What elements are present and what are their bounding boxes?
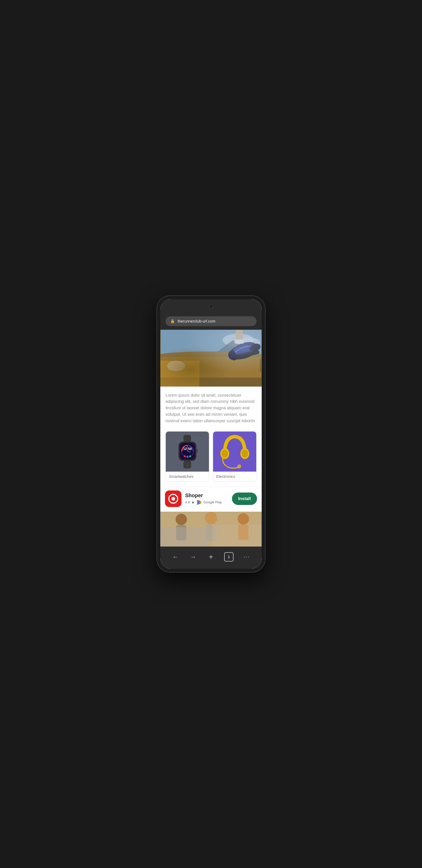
svg-point-29	[187, 463, 188, 464]
back-icon: ←	[172, 553, 178, 560]
body-text: Lorem ipsum dolor sit amet, consectetuer…	[160, 386, 262, 429]
product-card-electronics[interactable]: Electronics	[213, 431, 257, 482]
smartwatch-label: Smartwatches	[166, 472, 209, 482]
phone-frame: 🔒 therunnerclub-url.com	[157, 296, 265, 572]
svg-point-15	[227, 350, 237, 361]
svg-rect-0	[160, 330, 262, 386]
svg-rect-27	[196, 449, 198, 453]
svg-point-6	[160, 351, 262, 361]
svg-rect-51	[212, 525, 262, 547]
svg-point-26	[189, 455, 191, 457]
phone-screen: 🔒 therunnerclub-url.com	[160, 299, 262, 569]
add-icon: +	[209, 553, 213, 561]
url-bar[interactable]: 🔒 therunnerclub-url.com	[165, 316, 257, 326]
web-content: Lorem ipsum dolor sit amet, consectetuer…	[160, 330, 262, 547]
svg-point-12	[233, 340, 258, 356]
svg-rect-18	[235, 340, 244, 344]
product-cards: 12:58	[160, 429, 262, 487]
svg-point-9	[160, 355, 197, 386]
svg-rect-14	[233, 345, 250, 355]
svg-point-36	[223, 451, 227, 456]
smartwatch-svg: 12:58	[173, 435, 202, 468]
svg-rect-17	[236, 330, 243, 341]
svg-rect-19	[183, 435, 191, 442]
tabs-button[interactable]: 1	[223, 551, 235, 563]
app-rating: 4.8	[185, 500, 190, 504]
app-meta: 4.8 ★ Google Play	[185, 499, 228, 505]
svg-point-30	[187, 465, 188, 466]
electronics-label: Electronics	[213, 472, 256, 482]
app-info: Shoper 4.8 ★ Google Play	[185, 493, 228, 505]
lock-icon: 🔒	[170, 319, 175, 323]
svg-point-8	[167, 361, 185, 371]
add-tab-button[interactable]: +	[205, 551, 217, 563]
forward-button[interactable]: →	[187, 551, 199, 563]
forward-icon: →	[190, 553, 196, 560]
svg-point-11	[228, 341, 259, 362]
camera-dot	[209, 305, 213, 308]
app-name: Shoper	[185, 493, 228, 498]
svg-rect-7	[160, 357, 262, 377]
svg-rect-13	[232, 350, 260, 361]
svg-marker-4	[225, 344, 262, 355]
phone-top-bar	[160, 299, 262, 314]
bottom-image	[160, 512, 262, 547]
svg-rect-50	[160, 527, 207, 547]
app-icon	[165, 491, 182, 507]
scroll-indicator	[260, 359, 261, 372]
app-icon-inner	[168, 494, 178, 504]
tabs-badge: 1	[224, 552, 234, 561]
hero-image	[160, 330, 262, 386]
svg-point-1	[223, 334, 254, 346]
bottom-nav: ← → + 1 ···	[160, 547, 262, 569]
google-play-logo	[196, 499, 202, 505]
svg-point-31	[187, 467, 188, 468]
back-button[interactable]: ←	[169, 551, 182, 563]
star-icon: ★	[191, 500, 195, 504]
electronics-image	[213, 432, 256, 472]
app-banner: Shoper 4.8 ★ Google Play I	[160, 487, 262, 512]
bottom-image-svg	[160, 512, 262, 547]
svg-marker-3	[212, 340, 254, 355]
svg-point-24	[184, 455, 186, 457]
url-bar-wrapper: 🔒 therunnerclub-url.com	[160, 314, 262, 330]
store-name: Google Play	[204, 500, 222, 504]
more-button[interactable]: ···	[240, 551, 253, 563]
install-button[interactable]: Install	[232, 493, 257, 505]
more-icon: ···	[243, 554, 249, 560]
smartwatch-image: 12:58	[166, 432, 209, 472]
svg-point-37	[243, 451, 246, 456]
svg-point-25	[186, 456, 188, 458]
product-card-smartwatch[interactable]: 12:58	[165, 431, 209, 482]
svg-rect-10	[160, 361, 199, 386]
svg-point-2	[237, 338, 260, 348]
hero-svg	[160, 330, 262, 386]
svg-point-16	[249, 342, 262, 352]
url-text: therunnerclub-url.com	[178, 319, 215, 323]
headphones-svg	[219, 434, 250, 470]
svg-rect-5	[160, 355, 262, 386]
